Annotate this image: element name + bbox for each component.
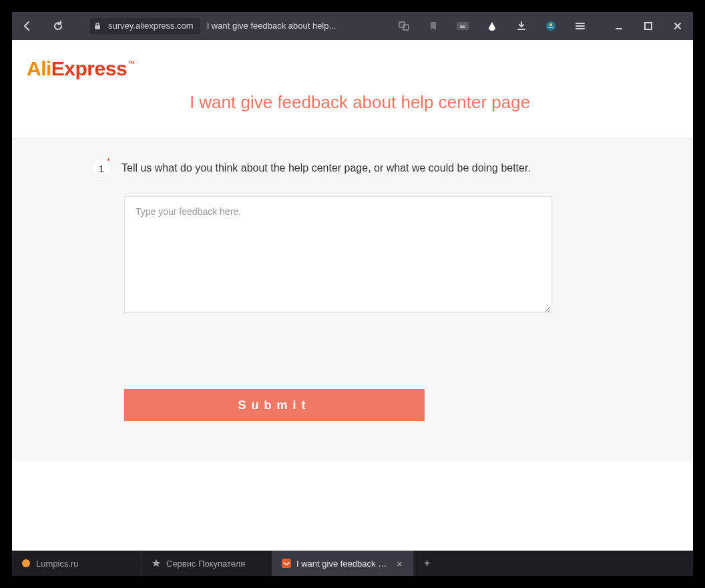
logo-trademark: ™ (128, 60, 135, 67)
question-number-badge: 1 * (92, 159, 111, 178)
new-tab-button[interactable]: + (414, 551, 441, 576)
browser-toolbar: survey.aliexpress.com I want give feedba… (12, 12, 693, 40)
svg-rect-7 (645, 23, 652, 29)
tab-service[interactable]: Сервис Покупателя (142, 551, 272, 576)
toolbar-left: survey.aliexpress.com I want give feedba… (19, 17, 340, 35)
address-domain: survey.aliexpress.com (105, 18, 200, 34)
page-content: AliExpress™ I want give feedback about h… (12, 40, 693, 551)
extension-lastfm-icon[interactable]: as (454, 17, 471, 35)
toolbar-right: as (395, 17, 686, 35)
svg-rect-9 (282, 559, 291, 568)
question-row: 1 * Tell us what do you think about the … (92, 159, 640, 178)
question-number: 1 (99, 163, 104, 174)
back-button[interactable] (19, 17, 36, 35)
question-text: Tell us what do you think about the help… (122, 159, 531, 178)
textarea-wrap (124, 196, 640, 316)
header-area: AliExpress™ I want give feedback about h… (12, 40, 693, 138)
logo-part1: Ali (27, 57, 51, 79)
svg-rect-0 (95, 25, 100, 29)
address-title: I want give feedback about help... (203, 18, 340, 34)
tab-label: Lumpics.ru (36, 559, 79, 569)
profile-icon[interactable] (542, 17, 559, 35)
required-asterisk: * (107, 156, 110, 166)
tab-favicon-aliexpress (282, 559, 291, 568)
page-title: I want give feedback about help center p… (27, 92, 693, 113)
tab-label: I want give feedback abo (296, 559, 390, 569)
tab-label: Сервис Покупателя (166, 559, 245, 569)
extension-drop-icon[interactable] (483, 17, 501, 35)
window-controls (610, 17, 686, 35)
maximize-button[interactable] (640, 17, 657, 35)
svg-text:as: as (460, 24, 465, 29)
tab-close-icon[interactable]: × (395, 558, 404, 569)
aliexpress-logo: AliExpress™ (27, 57, 693, 80)
feedback-textarea[interactable] (124, 196, 551, 313)
tab-favicon-lumpics (21, 559, 31, 568)
tab-feedback-active[interactable]: I want give feedback abo × (272, 551, 414, 576)
svg-point-8 (22, 559, 30, 567)
reload-button[interactable] (49, 17, 67, 35)
minimize-button[interactable] (610, 17, 628, 35)
survey-form: 1 * Tell us what do you think about the … (12, 138, 693, 461)
tab-favicon-service (152, 559, 161, 568)
logo-part2: Express (51, 57, 127, 79)
svg-point-6 (549, 23, 552, 26)
tab-lumpics[interactable]: Lumpics.ru (12, 551, 142, 576)
downloads-icon[interactable] (513, 17, 530, 35)
bookmark-icon[interactable] (425, 17, 442, 35)
lock-icon (89, 18, 105, 34)
browser-window: survey.aliexpress.com I want give feedba… (0, 0, 705, 588)
tab-strip: Lumpics.ru Сервис Покупателя I want give… (12, 551, 693, 576)
menu-icon[interactable] (571, 17, 589, 35)
close-button[interactable] (669, 17, 686, 35)
submit-button[interactable]: Submit (124, 389, 425, 421)
address-bar[interactable]: survey.aliexpress.com I want give feedba… (89, 18, 340, 34)
translate-icon[interactable] (395, 17, 413, 35)
form-inner: 1 * Tell us what do you think about the … (92, 159, 640, 421)
